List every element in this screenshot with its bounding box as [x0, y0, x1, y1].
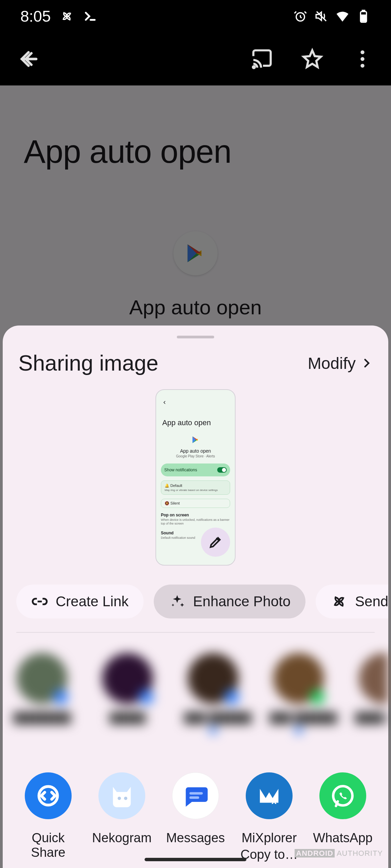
app-label: Messages	[162, 831, 229, 845]
contact-item[interactable]: ███ ██████	[184, 653, 242, 734]
back-icon[interactable]	[17, 47, 40, 71]
app-label: Nekogram	[88, 831, 156, 845]
svg-rect-11	[189, 792, 203, 794]
svg-point-9	[118, 797, 121, 800]
chip-label: Create Link	[56, 593, 129, 610]
app-nekogram[interactable]: Nekogram	[88, 772, 156, 862]
pencil-icon	[208, 535, 223, 550]
app-header	[0, 33, 391, 85]
status-bar: 8:05	[0, 0, 391, 33]
action-chips: Create Link Enhance Photo Send in Photos…	[3, 578, 388, 632]
contact-item[interactable]: ███ ██████	[269, 653, 328, 734]
app-label: Quick Share	[14, 831, 82, 860]
app-targets: Quick Share Nekogram Messages x MiXplore…	[3, 748, 388, 862]
mini-toggle-label: Show notifications	[164, 468, 197, 472]
app-mixplorer[interactable]: x MiXplorer Copy to…	[235, 772, 303, 862]
drag-handle[interactable]	[177, 336, 214, 338]
more-vert-icon[interactable]	[351, 47, 374, 71]
svg-rect-2	[362, 11, 365, 12]
mini-toggle: Show notifications	[161, 463, 230, 476]
chip-enhance-photo[interactable]: Enhance Photo	[154, 585, 305, 618]
svg-point-5	[360, 51, 364, 54]
watermark: ANDROID AUTHORITY	[295, 849, 383, 858]
mini-play-icon	[191, 435, 200, 444]
contact-item[interactable]: ████████	[13, 653, 71, 734]
mini-row-pop: Pop on screen When device is unlocked, n…	[161, 513, 230, 526]
app-label: WhatsApp	[309, 831, 377, 845]
app-whatsapp[interactable]: WhatsApp	[309, 772, 377, 862]
mini-card-default: 🔔 Default May ring or vibrate based on d…	[161, 480, 230, 495]
status-time: 8:05	[20, 7, 51, 25]
terminal-icon	[83, 9, 97, 23]
preview-thumbnail[interactable]: App auto open App auto open Google Play …	[155, 389, 236, 566]
contacts-row: ████████ █████ ███ ██████ ███ ██████ ███…	[3, 633, 388, 748]
mini-caption: Google Play Store · Alerts	[156, 454, 235, 458]
pinwheel-icon	[60, 9, 74, 23]
contact-item[interactable]: █████	[98, 653, 157, 734]
svg-point-6	[360, 57, 364, 61]
messages-icon	[181, 781, 210, 810]
edit-badge[interactable]	[201, 528, 230, 557]
mini-title: App auto open	[156, 405, 235, 427]
alarm-icon	[293, 9, 308, 23]
battery-icon	[356, 9, 371, 23]
app-quick-share[interactable]: Quick Share	[14, 772, 82, 862]
contact-item[interactable]: ████ █████	[355, 653, 388, 734]
cast-icon[interactable]	[250, 47, 274, 71]
quick-share-icon	[34, 782, 62, 810]
chevron-right-icon	[360, 357, 373, 369]
sparkle-icon	[169, 593, 186, 610]
whatsapp-icon	[329, 782, 356, 809]
svg-point-7	[360, 64, 364, 67]
mini-back-icon	[162, 400, 167, 405]
chip-label: Enhance Photo	[193, 593, 291, 610]
mixplorer-icon: x	[255, 782, 283, 810]
mini-card-silent: 🔕 Silent	[161, 499, 230, 508]
svg-point-10	[124, 797, 127, 800]
mini-subtitle: App auto open	[156, 448, 235, 454]
modify-button[interactable]: Modify	[308, 354, 373, 373]
link-icon	[31, 593, 48, 610]
svg-point-4	[253, 66, 255, 68]
chip-send-in-photos[interactable]: Send in Photos	[316, 585, 388, 618]
star-outline-icon[interactable]	[301, 47, 324, 71]
modify-label: Modify	[308, 354, 356, 373]
svg-rect-12	[189, 796, 199, 799]
wifi-icon	[335, 9, 350, 23]
photos-icon	[331, 593, 348, 610]
nekogram-icon	[107, 781, 137, 811]
app-messages[interactable]: Messages	[162, 772, 229, 862]
mute-icon	[314, 9, 329, 23]
svg-text:x: x	[272, 795, 277, 806]
sheet-title: Sharing image	[18, 351, 159, 376]
nav-gesture-pill[interactable]	[145, 858, 246, 861]
chip-create-link[interactable]: Create Link	[16, 585, 144, 618]
svg-rect-3	[362, 15, 366, 21]
share-sheet: Sharing image Modify App auto open App a…	[3, 326, 388, 868]
chip-label: Send in Photos	[355, 593, 388, 610]
mini-switch-icon	[217, 467, 227, 473]
app-label: MiXplorer	[235, 831, 303, 845]
